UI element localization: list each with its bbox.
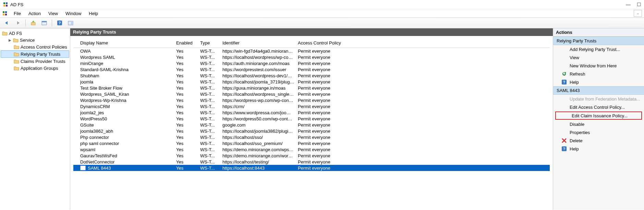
table-row[interactable]: DotNetConnectorYesWS-T...https://localho… — [73, 159, 550, 165]
table-row[interactable]: Wordpress-Wp-KrishnaYesWS-T...https://wo… — [73, 97, 550, 103]
cell-access-policy: Permit everyone — [298, 110, 550, 115]
menu-view[interactable]: View — [45, 10, 61, 17]
table-row[interactable]: php saml connectorYesWS-T...https://loca… — [73, 140, 550, 146]
table-row[interactable]: OWAYesWS-T...https://win-fgd7d4a4ga0.min… — [73, 48, 550, 54]
actions-header: Actions — [553, 28, 644, 37]
col-display-name[interactable]: Display Name — [80, 40, 176, 45]
tree-node[interactable]: Relying Party Trusts — [1, 50, 69, 58]
table-row[interactable]: WordPress50YesWS-T...https://wordpress50… — [73, 116, 550, 122]
cell-access-policy: Permit everyone — [298, 86, 550, 91]
action-item[interactable]: Edit Claim Issuance Policy... — [555, 111, 642, 120]
menu-help[interactable]: Help — [85, 10, 101, 17]
cell-display-name: GSuite — [80, 122, 176, 128]
grid-header[interactable]: Display Name Enabled Type Identifier Acc… — [73, 39, 550, 48]
tree-node[interactable]: Claims Provider Trusts — [1, 58, 69, 65]
action-item-label: Update from Federation Metadata... — [570, 96, 640, 102]
tree-node[interactable]: Access Control Policies — [1, 43, 69, 50]
action-item[interactable]: Disable — [553, 120, 644, 128]
tree-node-label: Claims Provider Trusts — [21, 59, 65, 64]
table-row[interactable]: joomlaYesWS-T...https://localhost/joomla… — [73, 79, 550, 85]
table-row[interactable]: wpsamlYesWS-T...https://demo.miniorange.… — [73, 146, 550, 153]
cell-type: WS-T... — [200, 141, 222, 146]
app-icon — [3, 2, 8, 7]
cell-enabled: Yes — [176, 92, 200, 97]
actions-section-relying-party: Relying Party Trusts — [553, 37, 644, 45]
svg-text:?: ? — [59, 21, 61, 25]
cell-enabled: Yes — [176, 49, 200, 54]
properties-button[interactable] — [39, 18, 49, 27]
svg-text:?: ? — [563, 147, 565, 151]
cell-type: WS-T... — [200, 86, 222, 91]
col-enabled[interactable]: Enabled — [176, 40, 200, 45]
cell-enabled: Yes — [176, 116, 200, 121]
folder-icon — [13, 38, 19, 42]
nav-forward-button[interactable] — [13, 18, 23, 27]
table-row[interactable]: Wordpress SAMLYesWS-T...https://localhos… — [73, 54, 550, 60]
help-button[interactable]: ? — [55, 18, 64, 27]
action-item[interactable]: ?Help — [553, 78, 644, 86]
cell-display-name: joomla3862_abh — [80, 129, 176, 134]
action-item[interactable]: Delete — [553, 136, 644, 145]
tree-caret-icon[interactable]: ▶ — [8, 38, 12, 42]
cell-access-policy: Permit everyone — [298, 67, 550, 72]
cell-identifier: https://wordpress-wp.com/wp-conten... — [222, 98, 298, 103]
table-row[interactable]: miniOrangeYesWS-T...https://auth.miniora… — [73, 60, 550, 66]
tree-node-label: Relying Party Trusts — [21, 52, 60, 57]
maximize-button[interactable]: ☐ — [637, 2, 641, 7]
cell-display-name: Php connector — [80, 135, 176, 140]
tree-node-label: Application Groups — [21, 66, 58, 71]
cell-type: WS-T... — [200, 135, 222, 140]
svg-rect-8 — [31, 23, 35, 25]
show-hide-pane-button[interactable] — [66, 18, 75, 27]
cell-enabled: Yes — [176, 166, 200, 171]
tree-node[interactable]: ▶Service — [1, 37, 69, 43]
table-row[interactable]: Php connectorYesWS-T...https://localhost… — [73, 134, 550, 140]
svg-rect-14 — [71, 21, 73, 25]
cell-access-policy: Permit everyone — [298, 98, 550, 103]
action-item[interactable]: Add Relying Party Trust... — [553, 45, 644, 53]
tree-node-label: Service — [20, 38, 35, 43]
action-item[interactable]: Refresh — [553, 70, 644, 78]
up-button[interactable] — [28, 18, 38, 27]
menu-file[interactable]: File — [10, 10, 24, 17]
cell-type: WS-T... — [200, 55, 222, 60]
menu-action[interactable]: Action — [25, 10, 44, 17]
col-access-policy[interactable]: Access Control Policy — [298, 40, 550, 45]
table-row[interactable]: GSuiteYesWS-T...google.comPermit everyon… — [73, 122, 550, 128]
menu-overflow[interactable]: – — [634, 10, 642, 17]
cell-display-name: Wordpress SAML — [80, 55, 176, 60]
action-item-label: Edit Claim Issuance Policy... — [572, 113, 628, 118]
menu-window[interactable]: Window — [62, 10, 85, 17]
table-row[interactable]: Test Site Broker FlowYesWS-T...https://g… — [73, 85, 550, 91]
table-row[interactable]: Standard-SAML-KrishnaYesWS-T...https://w… — [73, 66, 550, 73]
action-item[interactable]: View — [553, 53, 644, 62]
cell-type: WS-T... — [200, 73, 222, 78]
col-type[interactable]: Type — [200, 40, 222, 45]
action-item[interactable]: Properties — [553, 128, 644, 136]
svg-rect-3 — [6, 5, 8, 6]
help-icon: ? — [561, 146, 567, 152]
col-identifier[interactable]: Identifier — [222, 40, 298, 45]
table-row[interactable]: ShubhamYesWS-T...https://localhost/wordp… — [73, 73, 550, 79]
table-row[interactable]: joomla3862_abhYesWS-T...https://localhos… — [73, 128, 550, 134]
cell-access-policy: Permit everyone — [298, 141, 550, 146]
action-item[interactable]: New Window from Here — [553, 62, 644, 70]
minimize-button[interactable]: — — [626, 2, 631, 7]
action-item[interactable]: Edit Access Control Policy... — [553, 103, 644, 111]
tree-root[interactable]: AD FS — [1, 30, 69, 37]
cell-identifier: https://localhost/joomla_3719/plugin... — [222, 79, 298, 84]
action-item[interactable]: ?Help — [553, 145, 644, 153]
table-row[interactable]: Wordpress_SAML_KiranYesWS-T...https://lo… — [73, 91, 550, 97]
svg-rect-5 — [5, 11, 7, 13]
cell-enabled: Yes — [176, 147, 200, 152]
folder-icon — [14, 44, 19, 49]
table-row[interactable]: DynamicsCRMYesWS-T...https://crm/Permit … — [73, 103, 550, 109]
nav-back-button[interactable] — [2, 18, 12, 27]
help-icon: ? — [561, 79, 567, 85]
cell-display-name: Wordpress_SAML_Kiran — [80, 92, 176, 97]
tree-node[interactable]: Application Groups — [1, 65, 69, 71]
table-row[interactable]: joomla2_jesYesWS-T...https://www.wordpre… — [73, 109, 550, 116]
folder-icon — [14, 66, 19, 70]
table-row[interactable]: GauravTestWsFedYesWS-T...https://demo.mi… — [73, 153, 550, 159]
table-row[interactable]: SAML 8443YesWS-T...https://localhost:844… — [73, 165, 550, 171]
